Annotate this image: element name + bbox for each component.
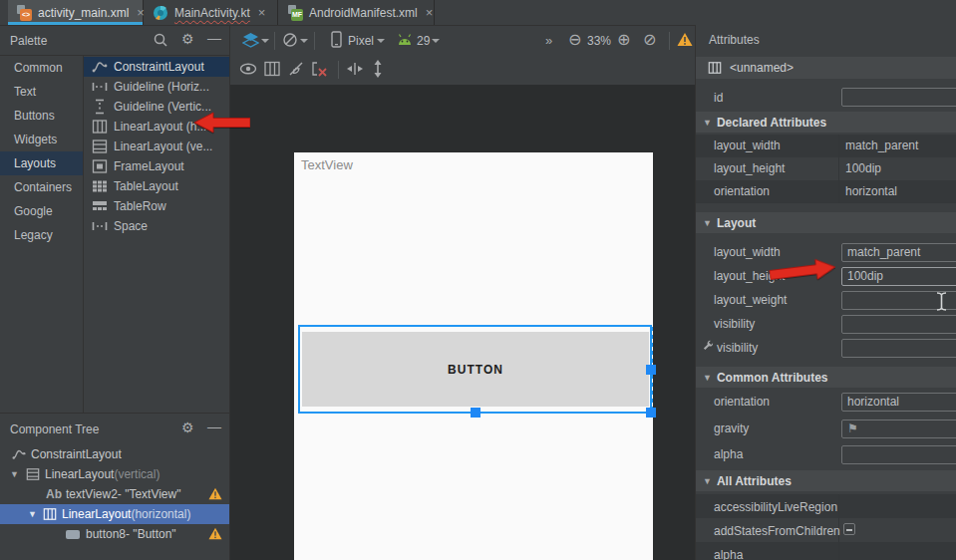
attr-name: orientation	[714, 395, 770, 409]
gravity-input[interactable]: ⚑	[841, 420, 956, 438]
active-tab-underline	[8, 22, 143, 25]
section-declared-attributes[interactable]: ▼ Declared Attributes	[696, 112, 956, 133]
api-level-selector[interactable]: 29	[417, 34, 430, 48]
indeterminate-checkbox[interactable]	[843, 523, 855, 535]
chevron-down-icon[interactable]: ▼	[28, 509, 37, 519]
id-input[interactable]	[841, 88, 956, 107]
chevron-down-icon[interactable]	[261, 39, 269, 43]
tree-node-linearlayout-horizontal[interactable]: ▼ LinearLayout(horizontal)	[0, 504, 229, 524]
tree-node-constraintlayout[interactable]: ConstraintLayout	[0, 444, 229, 464]
layout-xml-file-icon: <>	[16, 5, 32, 21]
close-icon[interactable]: ×	[258, 6, 266, 19]
tab-label: AndroidManifest.xml	[309, 6, 418, 20]
attr-name: addStatesFromChildren	[714, 524, 840, 538]
canvas-textview[interactable]: TextView	[301, 157, 353, 172]
chevron-down-icon[interactable]: ▼	[10, 469, 19, 479]
tab-activity-main-xml[interactable]: <> activity_main.xml ×	[8, 0, 144, 25]
warning-icon	[208, 527, 223, 541]
zoom-level: 33%	[587, 34, 611, 48]
palette-item-linearlayout-vertical[interactable]: LinearLayout (ve...	[84, 137, 229, 156]
tab-mainactivity-kt[interactable]: MainActivity.kt ×	[145, 0, 278, 25]
layout-height-input[interactable]: 100dip	[841, 267, 956, 286]
autoconnect-off-magnet-icon[interactable]	[287, 60, 306, 78]
tree-node-linearlayout-vertical[interactable]: ▼ LinearLayout(vertical)	[0, 464, 229, 484]
palette-category-layouts[interactable]: Layouts	[0, 151, 83, 175]
attr-value[interactable]: match_parent	[845, 139, 918, 152]
flag-icon[interactable]: ⚑	[847, 421, 858, 435]
palette-category-common[interactable]: Common	[0, 56, 83, 80]
linearlayout-horizontal-icon	[92, 119, 108, 135]
selection-rectangle[interactable]	[298, 325, 652, 414]
tools-visibility-input[interactable]	[841, 339, 956, 358]
expand-vertical-icon[interactable]	[372, 60, 384, 78]
palette-category-widgets[interactable]: Widgets	[0, 128, 83, 151]
button-widget-icon	[66, 530, 80, 539]
zoom-in-icon[interactable]: ⊕	[617, 30, 630, 49]
zoom-out-icon[interactable]: ⊖	[568, 30, 581, 49]
palette-category-containers[interactable]: Containers	[0, 175, 83, 199]
visibility-input[interactable]	[841, 315, 956, 334]
resize-handle-bottom-right[interactable]	[646, 408, 656, 418]
design-surface[interactable]: TextView BUTTON	[230, 85, 695, 560]
orientation-variant-icon[interactable]	[264, 61, 280, 77]
device-selector[interactable]: Pixel	[348, 34, 374, 48]
resize-handle-right[interactable]	[646, 365, 656, 375]
attr-value[interactable]: horizontal	[845, 184, 897, 198]
tab-label: MainActivity.kt	[174, 6, 250, 20]
guideline-horizontal-icon	[92, 79, 108, 95]
section-common-attributes[interactable]: ▼ Common Attributes	[696, 367, 956, 388]
device-canvas[interactable]: TextView BUTTON	[294, 152, 653, 560]
gear-icon[interactable]: ⚙	[181, 420, 194, 434]
component-tree-panel: Component Tree ⚙ — ConstraintLayout ▼ Li…	[0, 414, 230, 560]
tree-node-button8[interactable]: button8- "Button"	[0, 524, 229, 544]
pack-horizontal-icon[interactable]	[346, 62, 364, 76]
view-options-eye-icon[interactable]	[239, 62, 257, 76]
clear-constraints-icon[interactable]	[311, 61, 328, 77]
palette-category-google[interactable]: Google	[0, 199, 83, 223]
attr-value[interactable]: 100dip	[845, 161, 881, 175]
palette-item-tablelayout[interactable]: TableLayout	[84, 176, 229, 196]
textview-ab-icon: Ab	[46, 487, 62, 501]
palette-item-tablerow[interactable]: TableRow	[84, 196, 229, 216]
palette-item-space[interactable]: Space	[84, 216, 229, 236]
attr-name: layout_width	[714, 139, 781, 152]
chevron-down-icon: ▼	[703, 118, 712, 128]
theme-icon[interactable]	[282, 32, 298, 48]
warning-icon[interactable]	[677, 32, 692, 46]
tab-androidmanifest-xml[interactable]: MF AndroidManifest.xml ×	[279, 0, 435, 25]
section-layout[interactable]: ▼ Layout	[696, 212, 956, 233]
minimize-icon[interactable]: —	[207, 420, 221, 433]
close-icon[interactable]: ×	[426, 6, 434, 19]
search-icon[interactable]	[153, 32, 168, 48]
zoom-to-fit-icon[interactable]: ⊘	[643, 30, 656, 49]
text-cursor	[935, 291, 948, 312]
palette-item-guideline-horizontal[interactable]: Guideline (Horiz...	[84, 77, 229, 97]
section-all-attributes[interactable]: ▼ All Attributes	[696, 470, 956, 491]
resize-handle-bottom[interactable]	[471, 408, 480, 418]
chevron-down-icon[interactable]	[377, 39, 385, 43]
guideline-vertical-icon	[92, 99, 108, 115]
palette-item-constraintlayout[interactable]: ConstraintLayout	[84, 57, 229, 77]
palette-category-buttons[interactable]: Buttons	[0, 104, 83, 128]
device-phone-icon[interactable]	[331, 31, 342, 48]
alpha-input[interactable]	[841, 445, 956, 464]
chevron-down-icon[interactable]	[432, 39, 440, 43]
toolbar-overflow-icon[interactable]: »	[545, 33, 552, 48]
layers-icon[interactable]	[242, 32, 259, 48]
palette-category-text[interactable]: Text	[0, 80, 83, 104]
attr-name: gravity	[714, 421, 749, 435]
attr-name: layout_height	[714, 161, 785, 175]
framelayout-icon	[92, 158, 108, 174]
orientation-input[interactable]: horizontal	[841, 393, 956, 412]
tree-node-textview2[interactable]: Ab textView2- "TextView"	[0, 484, 229, 504]
palette-item-framelayout[interactable]: FrameLayout	[84, 156, 229, 176]
minimize-icon[interactable]: —	[207, 31, 221, 45]
chevron-down-icon[interactable]	[300, 39, 308, 43]
palette-category-legacy[interactable]: Legacy	[0, 223, 83, 247]
close-icon[interactable]: ×	[137, 6, 145, 19]
attr-name: id	[714, 91, 723, 105]
gear-icon[interactable]: ⚙	[181, 32, 194, 46]
layout-width-input[interactable]: match_parent	[841, 243, 956, 262]
chevron-down-icon: ▼	[703, 218, 712, 228]
android-icon[interactable]	[397, 34, 413, 46]
